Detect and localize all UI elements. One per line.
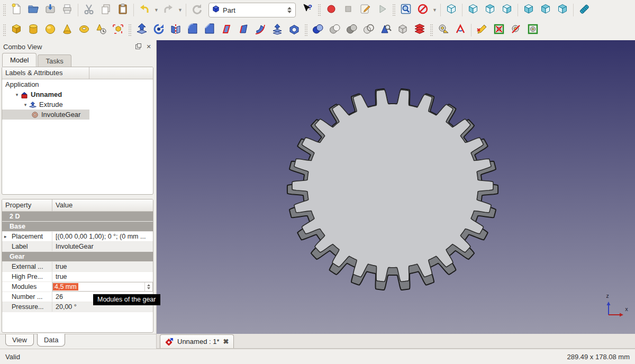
record-button[interactable] bbox=[323, 2, 340, 18]
copy-button[interactable] bbox=[97, 2, 114, 18]
toolbar-drag-handle[interactable] bbox=[129, 24, 131, 36]
toolbar-drag-handle[interactable] bbox=[3, 4, 6, 16]
modules-spinbox[interactable]: 4,5 mm bbox=[52, 282, 153, 292]
loft-button[interactable] bbox=[235, 22, 252, 38]
undo-dropdown[interactable]: ▼ bbox=[153, 2, 160, 18]
undo-button[interactable] bbox=[136, 2, 153, 18]
measure-linear-button[interactable] bbox=[435, 22, 452, 38]
redo-dropdown[interactable]: ▼ bbox=[177, 2, 184, 18]
document-tab[interactable]: Unnamed : 1* ✖ bbox=[160, 334, 234, 348]
toolbar-drag-handle[interactable] bbox=[430, 24, 433, 36]
redo-button[interactable] bbox=[160, 2, 177, 18]
measure-toggle-3d-button[interactable] bbox=[507, 22, 524, 38]
boolean-union-button[interactable] bbox=[310, 22, 326, 38]
save-file-button[interactable] bbox=[42, 2, 59, 18]
view-rear-button[interactable] bbox=[520, 2, 537, 18]
property-value[interactable]: true bbox=[52, 262, 153, 271]
dock-close-button[interactable]: ✕ bbox=[144, 43, 153, 50]
view-right-button[interactable] bbox=[498, 2, 515, 18]
property-value[interactable]: [(0,00 0,00 1,00); 0 °; (0 mm ... bbox=[52, 232, 153, 241]
thickness-button[interactable] bbox=[286, 22, 303, 38]
boolean-common-button[interactable] bbox=[326, 22, 343, 38]
view-axonometric-button[interactable] bbox=[443, 2, 460, 18]
stop-button[interactable] bbox=[340, 2, 357, 18]
tab-data-properties[interactable]: Data bbox=[37, 334, 65, 347]
view-top-button[interactable] bbox=[482, 2, 498, 18]
tree-item-unnamed[interactable]: ▾Unnamed bbox=[2, 89, 153, 99]
print-button[interactable] bbox=[59, 2, 76, 18]
tab-view-properties[interactable]: View bbox=[5, 334, 34, 346]
measure-ruler-button[interactable] bbox=[576, 2, 593, 18]
primitive-box-button[interactable] bbox=[8, 22, 25, 38]
property-row-highpre[interactable]: High Pre...true bbox=[2, 272, 153, 282]
expander-icon[interactable]: ▾ bbox=[14, 92, 20, 97]
value-column-header[interactable]: Value bbox=[52, 199, 153, 211]
boolean-section-button[interactable] bbox=[360, 22, 377, 38]
draw-style-button[interactable] bbox=[414, 2, 431, 18]
cross-sections-button[interactable] bbox=[411, 22, 428, 38]
sweep-button[interactable] bbox=[252, 22, 269, 38]
property-group-2d[interactable]: 2 D bbox=[2, 212, 153, 222]
tab-tasks[interactable]: Tasks bbox=[38, 54, 71, 67]
view-left-button[interactable] bbox=[554, 2, 571, 18]
expander-icon[interactable]: ▾ bbox=[22, 102, 29, 107]
view-bottom-button[interactable] bbox=[537, 2, 554, 18]
whats-this-button[interactable]: ? bbox=[299, 2, 316, 18]
tab-model[interactable]: Model bbox=[2, 53, 37, 67]
toolbar-drag-handle[interactable] bbox=[393, 4, 395, 16]
tree-item-involutegear[interactable]: InvoluteGear bbox=[2, 110, 89, 120]
mirror-button[interactable] bbox=[167, 22, 184, 38]
property-row-modules[interactable]: Modules4,5 mm bbox=[2, 282, 153, 292]
cut-button[interactable] bbox=[80, 2, 97, 18]
open-folder-button[interactable] bbox=[25, 2, 42, 18]
measure-toggle-delta-button[interactable] bbox=[524, 22, 541, 38]
create-primitives-button[interactable] bbox=[93, 22, 110, 38]
expander-icon[interactable]: ▸ bbox=[4, 234, 7, 239]
dock-float-button[interactable] bbox=[133, 43, 142, 50]
tree-item-extrude[interactable]: ▾Extrude bbox=[2, 99, 153, 110]
draw-style-dropdown[interactable]: ▼ bbox=[431, 2, 438, 18]
primitive-cone-button[interactable] bbox=[59, 22, 76, 38]
new-file-button[interactable] bbox=[8, 2, 25, 18]
toolbar-drag-handle[interactable] bbox=[318, 4, 321, 16]
primitive-sphere-button[interactable] bbox=[42, 22, 59, 38]
refresh-button[interactable] bbox=[188, 2, 205, 18]
toolbar-drag-handle[interactable] bbox=[3, 24, 6, 36]
tree-header[interactable]: Labels & Attributes bbox=[2, 67, 89, 79]
paste-button[interactable] bbox=[114, 2, 131, 18]
shape-builder-button[interactable] bbox=[110, 22, 126, 38]
offset-button[interactable] bbox=[269, 22, 286, 38]
measure-refresh-button[interactable] bbox=[474, 22, 491, 38]
zoom-fit-button[interactable] bbox=[397, 2, 414, 18]
workbench-selector[interactable]: Part bbox=[208, 3, 296, 17]
revolve-button[interactable] bbox=[150, 22, 167, 38]
view-front-button[interactable] bbox=[465, 2, 482, 18]
tab-close-button[interactable]: ✖ bbox=[223, 338, 229, 345]
property-group-base[interactable]: Base bbox=[2, 222, 153, 232]
primitive-cylinder-button[interactable] bbox=[25, 22, 42, 38]
make-face-button[interactable] bbox=[218, 22, 235, 38]
macro-play-button[interactable] bbox=[374, 2, 391, 18]
primitive-torus-button[interactable] bbox=[76, 22, 93, 38]
macro-edit-button[interactable] bbox=[357, 2, 374, 18]
property-row-label[interactable]: LabelInvoluteGear bbox=[2, 242, 153, 252]
extrude-button[interactable] bbox=[133, 22, 150, 38]
property-row-external[interactable]: External ...true bbox=[2, 262, 153, 272]
chamfer-button[interactable] bbox=[201, 22, 218, 38]
property-value[interactable]: true bbox=[52, 272, 153, 281]
check-geometry-button[interactable] bbox=[377, 22, 394, 38]
property-column-header[interactable]: Property bbox=[2, 199, 52, 211]
workbench-selector-steppers[interactable] bbox=[286, 7, 293, 13]
property-value[interactable]: InvoluteGear bbox=[52, 242, 153, 251]
box-view-button[interactable] bbox=[394, 22, 411, 38]
spinbox-steppers[interactable] bbox=[144, 283, 152, 291]
3d-viewport[interactable]: z x bbox=[157, 40, 635, 334]
measure-clear-all-button[interactable] bbox=[491, 22, 507, 38]
property-group-gear[interactable]: Gear bbox=[2, 252, 153, 262]
toolbar-drag-handle[interactable] bbox=[305, 24, 307, 36]
property-row-placement[interactable]: ▸Placement[(0,00 0,00 1,00); 0 °; (0 mm … bbox=[2, 232, 153, 242]
measure-angular-button[interactable] bbox=[452, 22, 469, 38]
boolean-cut-button[interactable] bbox=[343, 22, 360, 38]
tree-item-application[interactable]: Application bbox=[2, 79, 153, 89]
fillet-button[interactable] bbox=[184, 22, 201, 38]
